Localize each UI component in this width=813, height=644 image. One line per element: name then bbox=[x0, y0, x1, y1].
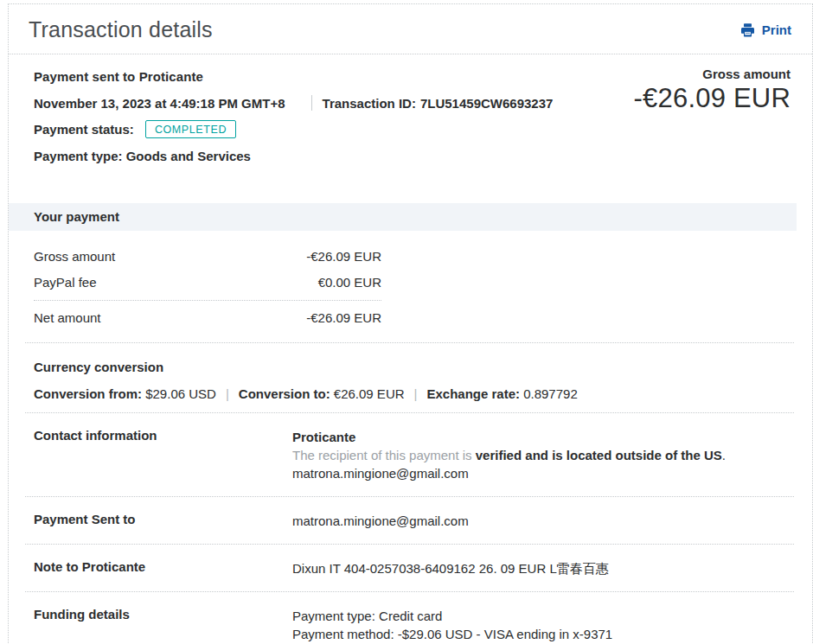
your-payment-header: Your payment bbox=[9, 203, 797, 231]
row-label: Gross amount bbox=[34, 249, 115, 264]
payment-status-row: Payment status: COMPLETED bbox=[34, 120, 791, 138]
contact-information-label: Contact information bbox=[34, 428, 292, 482]
transaction-datetime: November 13, 2023 at 4:49:18 PM GMT+8 bbox=[34, 96, 285, 111]
printer-icon bbox=[739, 22, 756, 38]
page-title: Transaction details bbox=[29, 17, 213, 42]
gross-amount-block: Gross amount -€26.09 EUR bbox=[634, 67, 791, 114]
transaction-details-card: Transaction details Print Payment sent t… bbox=[8, 3, 813, 644]
recipient-verification: The recipient of this payment is verifie… bbox=[292, 446, 726, 464]
note-label: Note to Proticante bbox=[34, 559, 292, 577]
pipe-separator: | bbox=[414, 386, 418, 401]
pipe-separator: | bbox=[226, 386, 229, 401]
gross-amount-value: -€26.09 EUR bbox=[634, 83, 791, 114]
vertical-divider bbox=[311, 95, 312, 111]
recipient-name: Proticante bbox=[292, 428, 726, 446]
conversion-to: Conversion to: €26.09 EUR bbox=[239, 386, 405, 401]
table-row-net-amount: Net amount -€26.09 EUR bbox=[34, 305, 381, 331]
funding-details-value: Payment type: Credit card Payment method… bbox=[292, 607, 701, 644]
page-header: Transaction details Print bbox=[9, 4, 812, 54]
contact-information-value: Proticante The recipient of this payment… bbox=[292, 428, 726, 482]
your-payment-table: Gross amount -€26.09 EUR PayPal fee €0.0… bbox=[34, 244, 381, 331]
recipient-email: matrona.mingione@gmail.com bbox=[292, 464, 726, 482]
funding-details-label: Funding details bbox=[34, 607, 292, 644]
funding-line-payment-type: Payment type: Credit card bbox=[292, 607, 701, 625]
row-value: -€26.09 EUR bbox=[306, 249, 381, 264]
note-row: Note to Proticante Dixun IT 404-0257038-… bbox=[34, 545, 791, 591]
row-value: €0.00 EUR bbox=[318, 275, 381, 290]
summary-section: Payment sent to Proticante November 13, … bbox=[9, 54, 812, 163]
contact-information-row: Contact information Proticante The recip… bbox=[34, 413, 791, 496]
payment-sent-to-label: Payment Sent to bbox=[34, 512, 292, 530]
row-label: Net amount bbox=[34, 310, 101, 325]
print-button[interactable]: Print bbox=[739, 22, 791, 38]
note-value: Dixun IT 404-0257038-6409162 26. 09 EUR … bbox=[292, 559, 609, 577]
payment-status-label: Payment status: bbox=[34, 122, 134, 137]
currency-conversion-line: Conversion from: $29.06 USD | Conversion… bbox=[34, 386, 791, 401]
payment-sent-to-row: Payment Sent to matrona.mingione@gmail.c… bbox=[34, 497, 791, 544]
transaction-id-value: 7LU51459CW6693237 bbox=[420, 96, 553, 111]
row-divider bbox=[34, 300, 381, 301]
row-value: -€26.09 EUR bbox=[306, 310, 381, 325]
funding-line-payment-method: Payment method: -$29.06 USD - VISA endin… bbox=[292, 625, 701, 643]
section-divider bbox=[25, 342, 794, 343]
status-badge: COMPLETED bbox=[145, 120, 236, 138]
table-row-gross-amount: Gross amount -€26.09 EUR bbox=[34, 244, 381, 270]
funding-details-row: Funding details Payment type: Credit car… bbox=[34, 592, 791, 644]
payment-type-row: Payment type: Goods and Services bbox=[34, 149, 791, 163]
row-label: PayPal fee bbox=[34, 275, 97, 290]
gross-amount-label: Gross amount bbox=[634, 67, 791, 81]
currency-conversion-heading: Currency conversion bbox=[34, 360, 791, 374]
payment-sent-to-value: matrona.mingione@gmail.com bbox=[292, 512, 469, 530]
conversion-from: Conversion from: $29.06 USD bbox=[34, 386, 216, 401]
transaction-id-label: Transaction ID: bbox=[323, 96, 416, 111]
exchange-rate: Exchange rate: 0.897792 bbox=[426, 386, 577, 401]
table-row-paypal-fee: PayPal fee €0.00 EUR bbox=[34, 270, 381, 296]
print-button-label: Print bbox=[762, 22, 791, 37]
